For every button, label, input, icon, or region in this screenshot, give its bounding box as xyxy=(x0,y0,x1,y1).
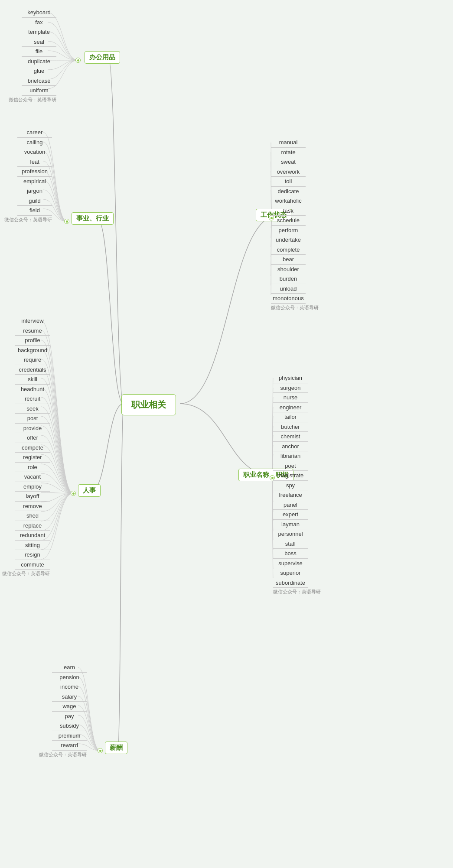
branch-label-career: 事业、行业 xyxy=(72,212,114,225)
list-item: physician xyxy=(273,373,308,383)
list-item: subsidy xyxy=(52,721,87,731)
list-item: surgeon xyxy=(273,383,308,393)
list-item: seal xyxy=(22,37,56,47)
list-item: provide xyxy=(15,424,50,434)
list-item: layoff xyxy=(15,492,50,502)
list-item: shoulder xyxy=(271,265,306,275)
list-item: feat xyxy=(17,157,52,167)
list-item: sitting xyxy=(15,541,50,551)
list-item: magistrate xyxy=(273,471,308,481)
list-item: anchor xyxy=(273,442,308,452)
list-item: jargon xyxy=(17,186,52,196)
list-item: nurse xyxy=(273,393,308,403)
list-item: glue xyxy=(22,66,56,76)
watermark: 微信公众号：英语导研 xyxy=(2,570,50,577)
list-item: toil xyxy=(271,177,306,187)
list-item: duplicate xyxy=(22,57,56,67)
list-item: require xyxy=(15,355,50,365)
dot-office xyxy=(75,58,81,63)
list-item: commute xyxy=(15,560,50,570)
list-item: replace xyxy=(15,521,50,531)
list-item: earn xyxy=(52,663,87,673)
list-item: manual xyxy=(271,138,306,148)
list-item: subordinate xyxy=(273,578,308,588)
list-item: boss xyxy=(273,549,308,559)
list-item: fax xyxy=(22,18,56,28)
list-item: register xyxy=(15,453,50,463)
list-item: layman xyxy=(273,520,308,530)
list-item: vocation xyxy=(17,147,52,157)
list-item: offer xyxy=(15,433,50,443)
list-item: task xyxy=(271,206,306,216)
list-item: pension xyxy=(52,673,87,683)
list-item: staff xyxy=(273,539,308,549)
watermark: 微信公众号：英语导研 xyxy=(39,751,87,758)
list-item: briefcase xyxy=(22,76,56,86)
list-item: skill xyxy=(15,375,50,385)
center-node: 职业相关 xyxy=(121,394,176,415)
list-item: tailor xyxy=(273,412,308,422)
list-item: premium xyxy=(52,731,87,741)
branch-label-office: 办公用品 xyxy=(85,51,120,64)
list-item: reward xyxy=(52,741,87,751)
list-item: template xyxy=(22,27,56,37)
list-item: salary xyxy=(52,692,87,702)
list-item: compete xyxy=(15,443,50,453)
watermark: 微信公众号：英语导研 xyxy=(9,97,56,103)
list-item: career xyxy=(17,128,52,138)
list-item: sweat xyxy=(271,157,306,167)
list-item: calling xyxy=(17,138,52,148)
list-item: freelance xyxy=(273,490,308,500)
list-item: remove xyxy=(15,502,50,512)
list-item: income xyxy=(52,682,87,692)
branch-label-hr: 人事 xyxy=(78,484,101,497)
list-item: interview xyxy=(15,316,50,326)
list-item: chemist xyxy=(273,432,308,442)
watermark: 微信公众号：英语导研 xyxy=(271,304,319,311)
list-item: dedicate xyxy=(271,187,306,197)
list-item: supervise xyxy=(273,559,308,569)
list-item: burden xyxy=(271,274,306,284)
list-item: vacant xyxy=(15,472,50,482)
list-item: personnel xyxy=(273,529,308,539)
list-item: redundant xyxy=(15,531,50,541)
watermark: 微信公众号：英语导研 xyxy=(273,589,321,595)
list-item: resign xyxy=(15,550,50,560)
list-item: recruit xyxy=(15,394,50,404)
list-item: profession xyxy=(17,167,52,177)
list-item: superior xyxy=(273,568,308,578)
list-item: expert xyxy=(273,510,308,520)
list-item: seek xyxy=(15,404,50,414)
word-list-office: keyboardfaxtemplatesealfileduplicateglue… xyxy=(9,8,56,103)
list-item: empirical xyxy=(17,177,52,187)
word-list-workstate: manualrotatesweatoverworktoildedicatewor… xyxy=(271,138,319,311)
word-list-jobtitle: physiciansurgeonnurseengineertailorbutch… xyxy=(273,373,321,595)
list-item: bear xyxy=(271,255,306,265)
list-item: uniform xyxy=(22,86,56,96)
list-item: panel xyxy=(273,500,308,510)
branch-label-salary: 薪酬 xyxy=(105,742,127,754)
list-item: engineer xyxy=(273,403,308,413)
list-item: rotate xyxy=(271,148,306,158)
list-item: wage xyxy=(52,702,87,712)
list-item: headhunt xyxy=(15,385,50,395)
list-item: perform xyxy=(271,226,306,236)
list-item: post xyxy=(15,414,50,424)
dot-career xyxy=(64,219,69,224)
list-item: schedule xyxy=(271,216,306,226)
list-item: background xyxy=(15,346,50,356)
word-list-hr: interviewresumeprofilebackgroundrequirec… xyxy=(2,316,50,577)
list-item: monotonous xyxy=(271,294,306,304)
list-item: file xyxy=(22,47,56,57)
list-item: credentials xyxy=(15,365,50,375)
list-item: overwork xyxy=(271,167,306,177)
dot-salary xyxy=(98,748,103,753)
list-item: resume xyxy=(15,326,50,336)
list-item: complete xyxy=(271,245,306,255)
list-item: guild xyxy=(17,196,52,206)
list-item: role xyxy=(15,463,50,473)
list-item: employ xyxy=(15,482,50,492)
list-item: undertake xyxy=(271,235,306,245)
list-item: butcher xyxy=(273,422,308,432)
list-item: unload xyxy=(271,284,306,294)
